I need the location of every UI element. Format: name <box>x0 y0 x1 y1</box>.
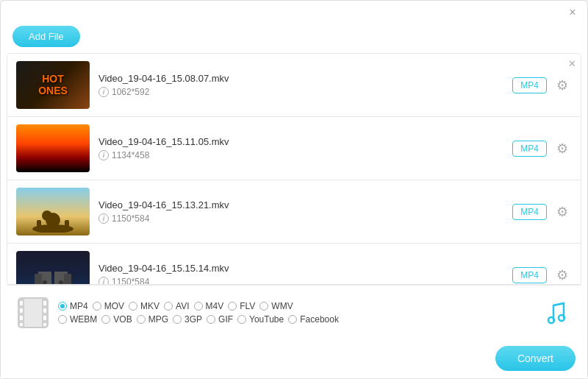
format-option-m4v[interactable]: M4V <box>194 301 224 311</box>
format-label-wmv: WMV <box>271 301 293 311</box>
format-badge[interactable]: MP4 <box>512 267 547 283</box>
svg-rect-17 <box>20 323 23 326</box>
svg-point-9 <box>43 280 47 285</box>
title-bar: × <box>1 1 587 23</box>
radio-facebook[interactable] <box>288 315 297 324</box>
format-option-mov[interactable]: MOV <box>93 301 124 311</box>
convert-button[interactable]: Convert <box>495 346 576 371</box>
format-label-mp4: MP4 <box>70 301 88 311</box>
table-row: Video_19-04-16_15.13.21.mkv i 1150*584 M… <box>7 180 581 244</box>
format-badge[interactable]: MP4 <box>512 204 547 220</box>
radio-vob[interactable] <box>101 315 110 324</box>
resolution-value: 1134*458 <box>112 150 149 160</box>
format-badge[interactable]: MP4 <box>512 141 547 157</box>
settings-button[interactable]: ⚙ <box>553 139 572 158</box>
file-info: Video_19-04-16_15.11.05.mkv i 1134*458 <box>98 136 503 160</box>
table-row: Video_19-04-16_15.11.05.mkv i 1134*458 M… <box>7 117 581 180</box>
thumbnail <box>16 251 90 285</box>
format-label-gif: GIF <box>218 314 233 325</box>
format-label-avi: AVI <box>176 301 189 311</box>
file-resolution: i 1150*584 <box>98 277 503 285</box>
radio-3gp[interactable] <box>173 315 182 324</box>
radio-mkv[interactable] <box>129 302 137 311</box>
info-icon: i <box>98 150 109 160</box>
format-label-3gp: 3GP <box>184 314 202 325</box>
info-icon: i <box>98 213 109 224</box>
settings-button[interactable]: ⚙ <box>553 202 572 222</box>
format-label-vob: VOB <box>113 314 132 325</box>
radio-webm[interactable] <box>58 315 67 324</box>
file-actions: MP4 ⚙ <box>512 266 572 285</box>
format-option-webm[interactable]: WEBM <box>58 314 97 325</box>
format-option-flv[interactable]: FLV <box>228 301 255 311</box>
file-actions: MP4 ⚙ <box>512 139 572 158</box>
film-icon <box>15 295 51 330</box>
settings-button[interactable]: ⚙ <box>553 76 572 95</box>
thumbnail <box>16 124 90 172</box>
format-option-gif[interactable]: GIF <box>207 314 233 325</box>
settings-button[interactable]: ⚙ <box>553 266 572 285</box>
svg-rect-20 <box>43 316 46 320</box>
music-icon[interactable] <box>540 297 573 329</box>
format-badge[interactable]: MP4 <box>512 77 547 93</box>
format-label-facebook: Facebook <box>300 314 339 325</box>
format-option-mkv[interactable]: MKV <box>129 301 159 311</box>
file-name: Video_19-04-16_15.13.21.mkv <box>98 199 503 210</box>
format-label-m4v: M4V <box>206 301 224 311</box>
format-option-mpg[interactable]: MPG <box>137 314 168 325</box>
format-label-youtube: YouTube <box>249 314 284 325</box>
file-info: Video_19-04-16_15.15.14.mkv i 1150*584 <box>98 263 503 285</box>
radio-gif[interactable] <box>207 315 215 324</box>
svg-rect-4 <box>65 220 69 230</box>
svg-rect-3 <box>37 220 41 230</box>
svg-rect-21 <box>43 323 46 326</box>
table-row: Video_19-04-16_15.15.14.mkv i 1150*584 M… <box>7 244 581 285</box>
radio-mov[interactable] <box>93 302 101 311</box>
svg-rect-7 <box>35 274 42 286</box>
file-info: Video_19-04-16_15.08.07.mkv i 1062*592 <box>98 73 503 97</box>
format-option-3gp[interactable]: 3GP <box>173 314 202 325</box>
svg-rect-19 <box>43 308 46 313</box>
file-resolution: i 1134*458 <box>98 150 503 160</box>
thumbnail: HOTONES <box>16 61 90 109</box>
add-file-button[interactable]: Add File <box>12 26 80 47</box>
format-option-youtube[interactable]: YouTube <box>237 314 284 325</box>
svg-point-2 <box>42 210 52 221</box>
resolution-value: 1150*584 <box>112 213 149 224</box>
radio-youtube[interactable] <box>237 315 246 324</box>
format-option-vob[interactable]: VOB <box>101 314 132 325</box>
radio-flv[interactable] <box>228 302 237 311</box>
radio-m4v[interactable] <box>194 302 203 311</box>
toolbar: Add File <box>1 23 587 53</box>
window-close-button[interactable]: × <box>567 7 578 18</box>
svg-rect-16 <box>20 316 23 320</box>
svg-point-10 <box>59 280 63 285</box>
file-info: Video_19-04-16_15.13.21.mkv i 1150*584 <box>98 199 503 224</box>
format-bar: MP4 MOV MKV AVI M4V FLV WMV WEBM VOB MPG… <box>7 285 581 340</box>
svg-point-24 <box>559 315 564 321</box>
thumbnail <box>16 188 90 235</box>
svg-rect-18 <box>43 301 46 305</box>
file-resolution: i 1062*592 <box>98 87 503 97</box>
file-actions: MP4 ⚙ <box>512 202 572 222</box>
radio-mpg[interactable] <box>137 315 146 324</box>
item-close-button[interactable]: ✕ <box>568 58 576 69</box>
file-list: HOTONES Video_19-04-16_15.08.07.mkv i 10… <box>7 53 581 285</box>
resolution-value: 1062*592 <box>112 87 149 97</box>
file-name: Video_19-04-16_15.15.14.mkv <box>98 263 503 274</box>
resolution-value: 1150*584 <box>112 277 149 285</box>
radio-mp4[interactable] <box>58 302 67 311</box>
footer: Convert <box>1 340 587 378</box>
format-option-mp4[interactable]: MP4 <box>58 301 88 311</box>
radio-avi[interactable] <box>164 302 173 311</box>
format-option-wmv[interactable]: WMV <box>259 301 293 311</box>
format-label-mpg: MPG <box>148 314 168 325</box>
main-window: × Add File HOTONES Video_19-04-16_15.08.… <box>0 0 588 379</box>
format-option-facebook[interactable]: Facebook <box>288 314 339 325</box>
format-label-mov: MOV <box>104 301 124 311</box>
file-actions: MP4 ⚙ <box>512 76 572 95</box>
info-icon: i <box>98 277 109 285</box>
file-name: Video_19-04-16_15.08.07.mkv <box>98 73 503 84</box>
format-option-avi[interactable]: AVI <box>164 301 189 311</box>
radio-wmv[interactable] <box>259 302 268 311</box>
